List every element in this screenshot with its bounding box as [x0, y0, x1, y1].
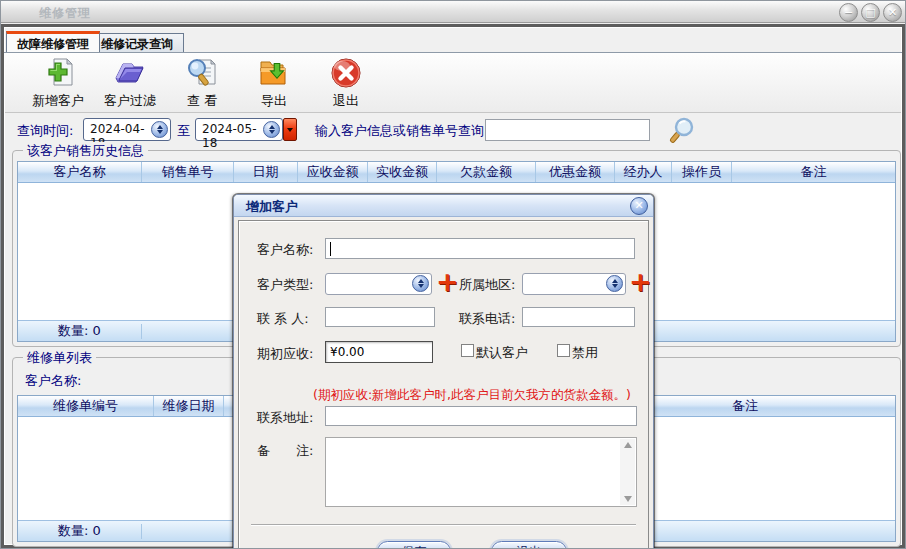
column-header[interactable]: 维修日期 [153, 396, 223, 416]
repair-count: 数量: 0 [18, 522, 141, 540]
region-label: 所属地区: [459, 276, 515, 294]
contact-label: 联 系 人: [257, 310, 309, 328]
remark-textarea[interactable] [325, 437, 637, 507]
scroll-down-icon[interactable] [624, 496, 632, 502]
dialog-exit-button[interactable]: 退出(Esc) [491, 541, 567, 549]
add-customer-icon [41, 56, 75, 90]
between-label: 至 [177, 122, 190, 140]
export-button[interactable]: 导出 [237, 56, 311, 110]
minimize-button[interactable]: ─ [839, 3, 858, 22]
query-time-label: 查询时间: [17, 122, 73, 140]
date-from-picker[interactable]: 2024-04-18 [83, 118, 171, 141]
save-button[interactable]: 保存(F5) [377, 541, 451, 549]
search-label: 输入客户信息或销售单号查询: [315, 122, 488, 140]
toolbar: 新增客户 客户过滤 [5, 53, 901, 113]
customer-name-label: 客户名称: [257, 241, 313, 259]
filter-customer-button[interactable]: 客户过滤 [93, 56, 167, 110]
view-icon [185, 56, 219, 90]
column-header[interactable]: 维修单编号 [18, 396, 153, 416]
add-customer-dialog: 增加客户 ✕ 客户名称: 客户类型: + 所属地区: + 联 系 人: 联系电话… [233, 194, 654, 549]
initial-receivable-label: 期初应收: [257, 345, 313, 363]
disable-label: 禁用 [572, 344, 598, 362]
customer-type-label: 客户类型: [257, 276, 313, 294]
dialog-title: 增加客户 [246, 198, 298, 216]
date-spinner-icon[interactable] [151, 121, 168, 138]
column-header[interactable]: 欠款金额 [436, 162, 535, 182]
column-header[interactable]: 应收金额 [297, 162, 367, 182]
column-header[interactable]: 实收金额 [367, 162, 436, 182]
column-header[interactable]: 备注 [731, 162, 895, 182]
address-input[interactable] [325, 406, 637, 426]
customer-name-input[interactable] [325, 238, 635, 259]
repair-list-title: 维修单列表 [23, 349, 96, 367]
sales-count: 数量: 0 [18, 322, 141, 340]
column-header[interactable]: 日期 [233, 162, 297, 182]
exit-button[interactable]: 退出 [309, 56, 383, 110]
app-window: 维修管理 ─ □ ✕ 故障维修管理 维修记录查询 新增客户 [0, 0, 906, 549]
date-dropdown-button[interactable] [283, 118, 297, 141]
add-customer-type-button[interactable]: + [436, 271, 459, 293]
region-dropdown[interactable] [522, 273, 626, 295]
sales-history-title: 该客户销售历史信息 [23, 142, 148, 160]
scroll-up-icon[interactable] [624, 442, 632, 448]
date-to-picker[interactable]: 2024-05-18 [195, 118, 283, 141]
toolbar-button-label: 查 看 [165, 92, 239, 110]
title-bar: 维修管理 ─ □ ✕ [1, 1, 905, 23]
toolbar-button-label: 新增客户 [21, 92, 95, 110]
column-header[interactable]: 客户名称 [18, 162, 141, 182]
search-input[interactable] [485, 119, 650, 141]
scrollbar[interactable] [620, 439, 635, 505]
date-to-value: 2024-05-18 [202, 122, 256, 150]
dialog-close-button[interactable]: ✕ [630, 197, 648, 215]
column-header[interactable]: 经办人 [614, 162, 671, 182]
dialog-body: 客户名称: 客户类型: + 所属地区: + 联 系 人: 联系电话: 期初应收:… [238, 220, 649, 549]
maximize-button[interactable]: □ [861, 3, 880, 22]
initial-receivable-hint: (期初应收:新增此客户时,此客户目前欠我方的货款金额。) [313, 387, 631, 404]
filter-customer-icon [113, 56, 147, 90]
dialog-divider [251, 524, 636, 525]
address-label: 联系地址: [257, 409, 313, 427]
exit-icon [329, 56, 363, 90]
customer-type-dropdown[interactable] [325, 273, 432, 295]
dropdown-spinner-icon[interactable] [606, 275, 623, 292]
dropdown-spinner-icon[interactable] [412, 275, 429, 292]
initial-receivable-input[interactable]: ¥0.00 [325, 341, 433, 363]
toolbar-button-label: 退出 [309, 92, 383, 110]
add-region-button[interactable]: + [629, 271, 652, 293]
phone-input[interactable] [522, 307, 635, 327]
disable-checkbox[interactable] [557, 344, 570, 357]
search-magnifier-icon[interactable] [667, 116, 697, 149]
date-spinner-icon[interactable] [263, 121, 280, 138]
dialog-title-bar: 增加客户 ✕ [234, 195, 653, 217]
column-header[interactable]: 销售单号 [141, 162, 233, 182]
query-row: 查询时间: 2024-04-18 至 2024-05-18 输入客户信息或销售单… [5, 115, 901, 145]
export-icon [257, 56, 291, 90]
contact-input[interactable] [325, 307, 435, 327]
toolbar-button-label: 导出 [237, 92, 311, 110]
column-header[interactable]: 操作员 [671, 162, 731, 182]
default-customer-label: 默认客户 [476, 344, 528, 362]
column-header[interactable]: 优惠金额 [535, 162, 614, 182]
repair-customer-label: 客户名称: [25, 372, 81, 390]
remark-label: 备 注: [257, 442, 313, 460]
sales-table-header: 客户名称 销售单号 日期 应收金额 实收金额 欠款金额 优惠金额 经办人 操作员… [18, 162, 895, 183]
tab-record-query[interactable]: 维修记录查询 [90, 33, 184, 52]
toolbar-button-label: 客户过滤 [93, 92, 167, 110]
window-title: 维修管理 [39, 5, 91, 22]
view-button[interactable]: 查 看 [165, 56, 239, 110]
close-button[interactable]: ✕ [883, 3, 902, 22]
default-customer-checkbox[interactable] [461, 344, 474, 357]
phone-label: 联系电话: [459, 310, 515, 328]
text-caret [330, 242, 331, 256]
add-customer-button[interactable]: 新增客户 [21, 56, 95, 110]
tab-fault-repair[interactable]: 故障维修管理 [6, 31, 100, 52]
